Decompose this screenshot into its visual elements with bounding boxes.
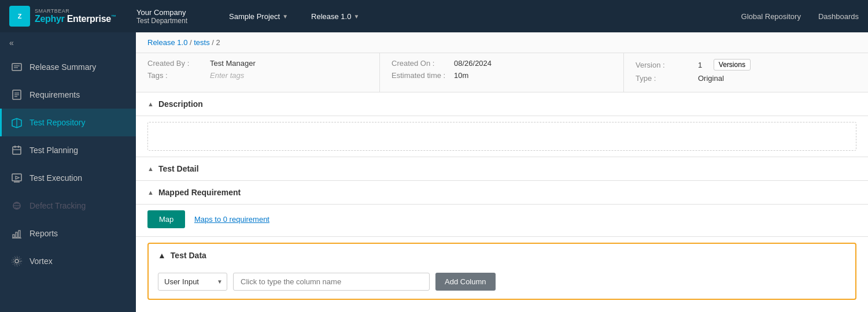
tags-value[interactable]: Enter tags (210, 71, 244, 80)
release-summary-icon (11, 61, 23, 73)
mapped-req-chevron: ▲ (147, 189, 154, 196)
sidebar-item-release-summary[interactable]: Release Summary (0, 53, 136, 81)
sidebar-item-requirements-label: Requirements (29, 90, 80, 99)
brand-logo: Z SMARTBEAR Zephyr Enterprise™ (9, 6, 125, 27)
estimated-label: Estimated time : (391, 71, 449, 80)
maps-to-requirement-link[interactable]: Maps to 0 requirement (194, 215, 269, 224)
test-detail-section-header[interactable]: ▲ Test Detail (136, 157, 868, 181)
info-section: Created By : Test Manager Tags : Enter t… (136, 53, 868, 92)
breadcrumb-number: 2 (216, 38, 220, 47)
mapped-req-section-header[interactable]: ▲ Mapped Requirement (136, 181, 868, 205)
input-type-select-wrapper: User Input Excel Database ▼ (158, 273, 227, 291)
version-value: 1 (698, 61, 702, 69)
created-on-row: Created On : 08/26/2024 (391, 59, 612, 68)
sidebar-item-reports-label: Reports (29, 229, 58, 238)
sidebar-item-test-repository[interactable]: Test Repository (0, 109, 136, 136)
vortex-icon (11, 255, 23, 267)
svg-point-22 (13, 258, 20, 265)
estimated-row: Estimated time : 10m (391, 71, 612, 80)
svg-rect-17 (13, 235, 14, 237)
reports-icon (11, 228, 23, 239)
sidebar-item-test-planning[interactable]: Test Planning (0, 136, 136, 164)
sidebar-item-defect-tracking-label: Defect Tracking (29, 201, 86, 210)
main-content: Release 1.0 / tests / 2 Created By : Tes… (136, 32, 868, 312)
sidebar-item-test-repository-label: Test Repository (29, 118, 85, 127)
company-department: Test Department (136, 17, 212, 25)
brand-top-label: SMARTBEAR (35, 8, 116, 14)
sidebar-item-vortex[interactable]: Vortex (0, 247, 136, 275)
map-button[interactable]: Map (147, 210, 185, 228)
global-repository-link[interactable]: Global Repository (741, 12, 801, 21)
release-dropdown[interactable]: Release 1.0 ▼ (305, 9, 365, 24)
brand-text: SMARTBEAR Zephyr Enterprise™ (35, 8, 116, 24)
column-name-input[interactable] (233, 273, 430, 291)
created-by-row: Created By : Test Manager (147, 59, 368, 68)
test-detail-title: Test Detail (158, 164, 199, 173)
mapped-req-title: Mapped Requirement (158, 188, 241, 197)
svg-rect-12 (12, 174, 21, 181)
info-col-right: Version : 1 Versions Type : Original (624, 53, 868, 92)
navbar-right: Global Repository Dashboards (741, 12, 859, 21)
project-dropdown[interactable]: Sample Project ▼ (223, 9, 294, 24)
created-by-value: Test Manager (210, 59, 256, 68)
release-dropdown-arrow: ▼ (353, 13, 359, 20)
svg-point-21 (15, 259, 19, 263)
test-data-section: ▲ Test Data User Input Excel Database ▼ … (147, 243, 856, 300)
top-navbar: Z SMARTBEAR Zephyr Enterprise™ Your Comp… (0, 0, 868, 32)
description-input-box[interactable] (147, 122, 856, 151)
info-col-middle: Created On : 08/26/2024 Estimated time :… (380, 53, 624, 92)
version-row: Version : 1 Versions (636, 59, 856, 70)
sidebar-item-test-planning-label: Test Planning (29, 146, 78, 155)
company-info: Your Company Test Department (136, 8, 212, 25)
test-repository-icon (11, 117, 23, 128)
svg-rect-8 (13, 147, 21, 154)
description-chevron: ▲ (147, 101, 154, 107)
description-title: Description (158, 99, 203, 109)
breadcrumb-sep2: / (210, 38, 216, 47)
info-col-left: Created By : Test Manager Tags : Enter t… (136, 53, 380, 92)
created-on-label: Created On : (391, 59, 449, 68)
test-planning-icon (11, 144, 23, 156)
app-layout: « Release Summary Re (0, 32, 868, 312)
created-on-value: 08/26/2024 (454, 59, 492, 68)
test-data-section-header[interactable]: ▲ Test Data (149, 244, 855, 267)
brand-name: Zephyr Enterprise™ (35, 14, 116, 24)
sidebar-item-test-execution-label: Test Execution (29, 173, 82, 183)
sidebar-item-defect-tracking: Defect Tracking (0, 192, 136, 220)
tags-row: Tags : Enter tags (147, 71, 368, 80)
version-label: Version : (636, 61, 693, 69)
dashboards-link[interactable]: Dashboards (818, 12, 859, 21)
input-type-select[interactable]: User Input Excel Database (158, 273, 227, 291)
mapped-req-content: Map Maps to 0 requirement (136, 205, 868, 237)
test-execution-icon (11, 172, 23, 184)
type-value: Original (698, 74, 724, 83)
test-data-controls: User Input Excel Database ▼ Add Column (149, 267, 855, 299)
sidebar-item-reports[interactable]: Reports (0, 220, 136, 247)
description-area (136, 116, 868, 157)
sidebar-toggle[interactable]: « (0, 32, 136, 53)
test-detail-chevron: ▲ (147, 165, 154, 172)
requirements-icon (11, 89, 23, 101)
svg-rect-19 (19, 231, 20, 237)
description-section-header[interactable]: ▲ Description (136, 92, 868, 116)
brand-icon: Z (9, 6, 30, 27)
sidebar-item-release-summary-label: Release Summary (29, 62, 96, 72)
breadcrumb-tests[interactable]: tests (194, 38, 209, 47)
sidebar: « Release Summary Re (0, 32, 136, 312)
project-dropdown-arrow: ▼ (282, 13, 288, 20)
breadcrumb-release[interactable]: Release 1.0 (147, 38, 187, 47)
type-label: Type : (636, 74, 693, 83)
created-by-label: Created By : (147, 59, 205, 68)
test-data-chevron: ▲ (158, 251, 166, 260)
sidebar-item-test-execution[interactable]: Test Execution (0, 164, 136, 192)
tags-label: Tags : (147, 71, 205, 80)
estimated-value: 10m (454, 71, 468, 80)
sidebar-item-requirements[interactable]: Requirements (0, 81, 136, 109)
add-column-button[interactable]: Add Column (435, 273, 496, 291)
svg-rect-18 (16, 232, 17, 237)
type-row: Type : Original (636, 74, 856, 83)
breadcrumb: Release 1.0 / tests / 2 (136, 32, 868, 53)
test-data-title: Test Data (171, 251, 206, 260)
versions-button[interactable]: Versions (714, 59, 751, 70)
company-name: Your Company (136, 8, 212, 17)
